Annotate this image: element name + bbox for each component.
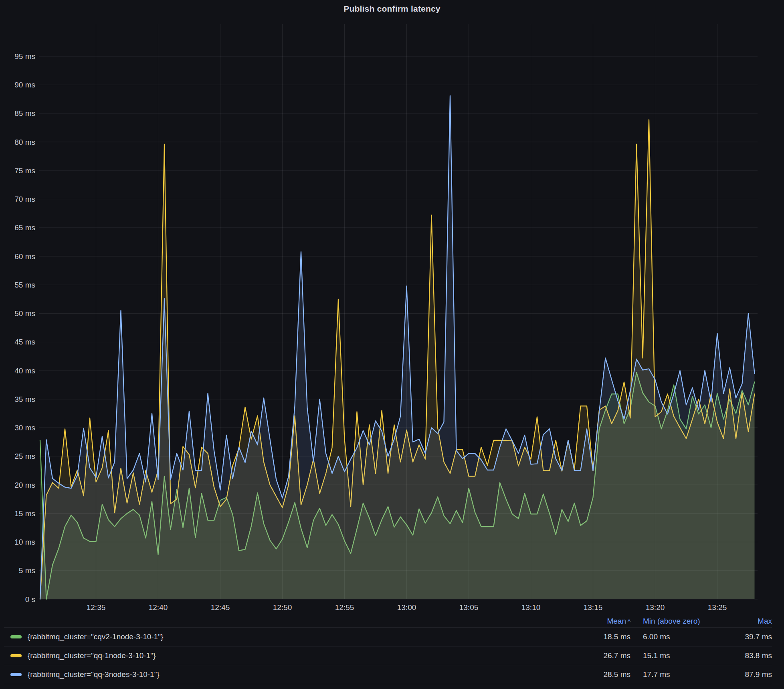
series-color-swatch-blue <box>10 673 22 676</box>
svg-text:10 ms: 10 ms <box>14 538 35 546</box>
x-axis-labels: 12:3512:4012:4512:5012:5513:0013:0513:10… <box>87 603 727 612</box>
svg-text:0 s: 0 s <box>25 595 35 604</box>
svg-text:30 ms: 30 ms <box>14 424 35 432</box>
svg-text:13:15: 13:15 <box>584 603 603 612</box>
legend-series-toggle-qq-3nodes[interactable]: {rabbitmq_cluster="qq-3nodes-3-10-1"} <box>4 670 562 679</box>
stat-max: 39.7 ms <box>716 632 772 641</box>
svg-text:5 ms: 5 ms <box>19 566 35 575</box>
svg-text:20 ms: 20 ms <box>14 481 35 489</box>
stat-min: 17.7 ms <box>630 670 716 679</box>
svg-text:15 ms: 15 ms <box>14 509 35 518</box>
svg-text:60 ms: 60 ms <box>14 252 35 261</box>
legend-row-qq-3nodes: {rabbitmq_cluster="qq-3nodes-3-10-1"} 28… <box>4 665 772 684</box>
svg-text:12:45: 12:45 <box>211 603 230 612</box>
stat-min: 15.1 ms <box>630 651 716 660</box>
legend-sort-min[interactable]: Min (above zero) <box>630 617 716 626</box>
svg-text:13:25: 13:25 <box>708 603 727 612</box>
svg-text:80 ms: 80 ms <box>14 138 35 146</box>
series-label-text: {rabbitmq_cluster="qq-1node-3-10-1"} <box>28 651 156 660</box>
svg-text:13:05: 13:05 <box>459 603 479 612</box>
legend-header-row: Mean^ Min (above zero) Max <box>4 615 772 627</box>
svg-text:13:10: 13:10 <box>521 603 541 612</box>
svg-text:70 ms: 70 ms <box>14 195 35 203</box>
legend-series-toggle-cqv2-1node[interactable]: {rabbitmq_cluster="cqv2-1node-3-10-1"} <box>4 632 562 641</box>
svg-text:12:40: 12:40 <box>149 603 168 612</box>
grafana-panel: Publish confirm latency 0 s5 ms10 ms15 m… <box>0 0 784 689</box>
svg-text:45 ms: 45 ms <box>14 338 35 346</box>
series-label-text: {rabbitmq_cluster="cqv2-1node-3-10-1"} <box>28 632 163 641</box>
legend-sort-max[interactable]: Max <box>716 617 772 626</box>
y-axis-labels: 0 s5 ms10 ms15 ms20 ms25 ms30 ms35 ms40 … <box>14 52 35 604</box>
series-color-swatch-yellow <box>10 654 22 657</box>
legend-table: Mean^ Min (above zero) Max {rabbitmq_clu… <box>4 615 772 684</box>
svg-text:90 ms: 90 ms <box>14 81 35 89</box>
svg-text:75 ms: 75 ms <box>14 166 35 175</box>
svg-text:13:00: 13:00 <box>397 603 416 612</box>
series-label-text: {rabbitmq_cluster="qq-3nodes-3-10-1"} <box>28 670 160 679</box>
svg-text:25 ms: 25 ms <box>14 452 35 460</box>
svg-text:95 ms: 95 ms <box>14 52 35 61</box>
svg-text:12:55: 12:55 <box>335 603 354 612</box>
svg-text:65 ms: 65 ms <box>14 223 35 232</box>
sort-ascending-icon: ^ <box>628 618 630 625</box>
svg-text:35 ms: 35 ms <box>14 395 35 403</box>
chart-canvas[interactable]: 0 s5 ms10 ms15 ms20 ms25 ms30 ms35 ms40 … <box>0 0 784 614</box>
stat-mean: 26.7 ms <box>562 651 630 660</box>
legend-series-toggle-qq-1node[interactable]: {rabbitmq_cluster="qq-1node-3-10-1"} <box>4 651 562 660</box>
legend-sort-mean[interactable]: Mean^ <box>562 617 630 626</box>
stat-max: 87.9 ms <box>716 670 772 679</box>
stat-min: 6.00 ms <box>630 632 716 641</box>
svg-text:13:20: 13:20 <box>646 603 665 612</box>
legend-row-qq-1node: {rabbitmq_cluster="qq-1node-3-10-1"} 26.… <box>4 646 772 665</box>
svg-text:50 ms: 50 ms <box>14 309 35 318</box>
svg-text:12:50: 12:50 <box>273 603 292 612</box>
svg-text:85 ms: 85 ms <box>14 109 35 118</box>
stat-mean: 28.5 ms <box>562 670 630 679</box>
stat-mean: 18.5 ms <box>562 632 630 641</box>
legend-row-cqv2-1node: {rabbitmq_cluster="cqv2-1node-3-10-1"} 1… <box>4 627 772 646</box>
svg-text:40 ms: 40 ms <box>14 367 35 375</box>
stat-max: 83.8 ms <box>716 651 772 660</box>
series-color-swatch-green <box>10 635 22 638</box>
svg-text:12:35: 12:35 <box>87 603 106 612</box>
svg-text:55 ms: 55 ms <box>14 281 35 289</box>
